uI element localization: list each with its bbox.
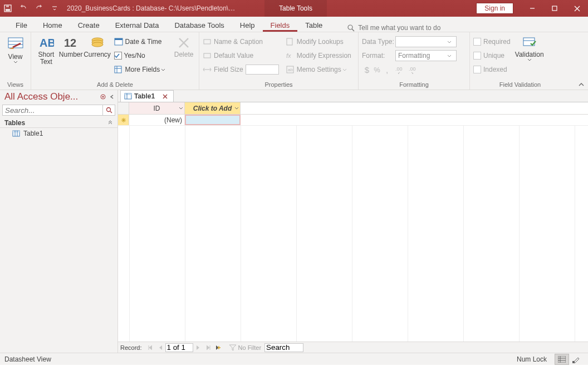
undo-icon[interactable] [16,1,31,16]
record-position-input[interactable] [165,343,193,352]
window-title: 2020_BusinessCards : Database- C:\Users\… [67,4,239,12]
object-tab-table1[interactable]: Table1 [120,90,174,102]
memo-settings-button: abMemo Settings [286,63,351,76]
new-record-row[interactable]: (New) [118,115,588,126]
more-fields-button[interactable]: More Fields [114,63,168,76]
record-navigator: Record: No Filter [118,342,588,353]
svg-line-38 [110,111,112,113]
svg-rect-1 [6,9,10,11]
tab-database-tools[interactable]: Database Tools [166,18,232,32]
nav-search-button[interactable] [103,105,115,116]
close-tab-icon[interactable] [163,94,170,99]
nav-group-tables[interactable]: Tables [0,117,117,128]
svg-text:fx: fx [286,52,291,59]
group-validation: Required Unique Indexed Validation Field… [470,32,570,90]
svg-rect-4 [552,6,557,11]
decrease-decimals-icon: .00 [409,65,420,74]
cell-id-new[interactable]: (New) [129,115,185,125]
datasheet-grid[interactable]: ID Click to Add (New) [118,102,588,342]
nav-search-input[interactable] [2,105,103,116]
percent-format-icon: % [372,66,382,74]
tab-table[interactable]: Table [297,18,330,32]
tab-help[interactable]: Help [232,18,263,32]
statusbar: Datasheet View Num Lock [0,353,588,365]
column-header-id[interactable]: ID [129,102,185,114]
comma-format-icon: , [382,65,392,75]
unique-checkbox: Unique [473,50,511,62]
column-dropdown-icon[interactable] [179,104,183,112]
svg-text:12: 12 [64,37,76,49]
nav-title[interactable]: All Access Obje... [4,91,97,102]
first-record-button [145,343,155,352]
svg-point-7 [348,25,352,29]
data-type-row: Data Type: [362,36,457,48]
minimize-button[interactable] [521,1,543,16]
design-view-button[interactable] [569,354,584,365]
chevron-down-icon [161,68,165,71]
column-header-add[interactable]: Click to Add [185,102,241,114]
tab-external-data[interactable]: External Data [107,18,167,32]
svg-rect-2 [6,6,9,7]
new-record-button[interactable] [213,343,223,352]
chevron-down-icon [447,55,452,57]
contextual-tab-label: Table Tools [264,0,327,17]
tab-file[interactable]: File [8,18,35,32]
tag-icon [203,37,212,46]
number-button[interactable]: 12 Number [58,34,84,60]
svg-line-8 [352,29,354,31]
select-all-corner[interactable] [118,102,129,114]
nav-item-table1[interactable]: Table1 [0,128,117,139]
prev-record-button [155,343,165,352]
row-selector-new[interactable] [118,115,129,125]
tell-me-search[interactable]: Tell me what you want to do [347,24,440,32]
workspace: All Access Obje... Tables Table1 Table1 … [0,90,588,353]
collapse-ribbon-button[interactable] [578,82,585,87]
modify-expression-button: fxModify Expression [286,50,351,62]
filter-icon [229,344,237,351]
nav-search [2,105,115,116]
short-text-button[interactable]: AB Short Text [35,34,58,67]
close-button[interactable] [566,1,588,16]
svg-rect-40 [13,131,19,132]
save-icon[interactable] [0,1,16,16]
new-record-icon [121,117,126,123]
svg-point-37 [106,108,110,112]
view-button[interactable]: View [3,34,27,65]
currency-button[interactable]: Currency [84,34,111,60]
svg-rect-26 [204,53,210,58]
customize-qat-icon[interactable] [47,1,62,16]
checkbox-icon [473,66,481,73]
group-add-delete: AB Short Text 12 Number Currency Date & … [31,32,199,90]
tab-home[interactable]: Home [35,18,70,32]
more-fields-icon [114,65,123,74]
date-time-button[interactable]: Date & Time [114,36,168,48]
validation-button[interactable]: Validation [516,34,543,62]
tab-fields[interactable]: Fields [263,18,298,32]
shutter-bar-icon[interactable] [109,93,115,100]
maximize-button[interactable] [543,1,566,16]
table-icon [124,92,132,100]
table-icon [12,130,20,137]
currency-format-icon: $ [362,65,372,75]
status-view-label: Datasheet View [4,355,51,363]
tab-create[interactable]: Create [70,18,107,32]
signin-button[interactable]: Sign in [476,3,513,14]
group-formatting: Data Type: Format:Formatting $ % , .00 .… [359,32,470,90]
record-search-input[interactable] [264,343,303,352]
currency-icon [90,36,105,50]
fx-icon: fx [286,51,295,60]
collapse-icon [107,120,113,126]
redo-icon[interactable] [31,1,47,16]
svg-rect-44 [125,93,131,95]
yes-no-button[interactable]: Yes/No [114,50,168,62]
checkbox-icon [473,52,481,60]
indexed-checkbox: Indexed [473,63,511,76]
nav-menu-icon[interactable] [100,93,106,100]
datasheet-view-icon [7,36,24,52]
cell-active-new[interactable] [185,115,241,125]
svg-rect-25 [204,39,210,44]
datasheet-view-button[interactable] [555,354,569,365]
column-dropdown-icon[interactable] [234,104,239,112]
chevron-up-icon [578,82,585,87]
required-checkbox: Required [473,36,511,48]
